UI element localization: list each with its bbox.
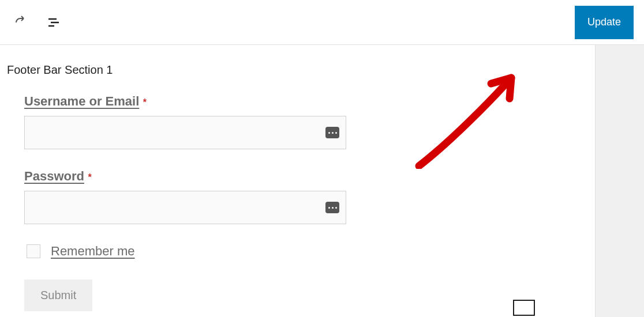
autofill-icon[interactable]: [325, 127, 339, 138]
settings-sidebar: [595, 45, 644, 317]
submit-button[interactable]: Submit: [24, 280, 92, 311]
username-label: Username or Email: [24, 94, 139, 109]
required-mark: *: [88, 172, 91, 182]
autofill-icon[interactable]: [325, 202, 339, 213]
redo-icon[interactable]: [14, 16, 28, 29]
main-content: Footer Bar Section 1 Username or Email *…: [0, 45, 595, 317]
remember-me-row: Remember me: [24, 244, 346, 259]
password-field-group: Password *: [24, 169, 346, 224]
login-form: Username or Email * Password *: [0, 94, 346, 311]
remember-me-checkbox[interactable]: [27, 244, 40, 258]
editor-topbar: Update: [0, 0, 644, 45]
required-mark: *: [143, 97, 147, 107]
topbar-tools: [14, 16, 60, 29]
username-field-group: Username or Email *: [24, 94, 346, 149]
remember-me-label: Remember me: [51, 244, 134, 259]
section-title: Footer Bar Section 1: [0, 45, 595, 94]
password-label: Password: [24, 169, 84, 184]
content-area: Footer Bar Section 1 Username or Email *…: [0, 45, 644, 317]
username-input[interactable]: [24, 116, 346, 149]
update-button[interactable]: Update: [575, 6, 634, 39]
document-outline-icon[interactable]: [46, 16, 60, 29]
floating-handle[interactable]: [513, 300, 535, 316]
password-input[interactable]: [24, 191, 346, 224]
